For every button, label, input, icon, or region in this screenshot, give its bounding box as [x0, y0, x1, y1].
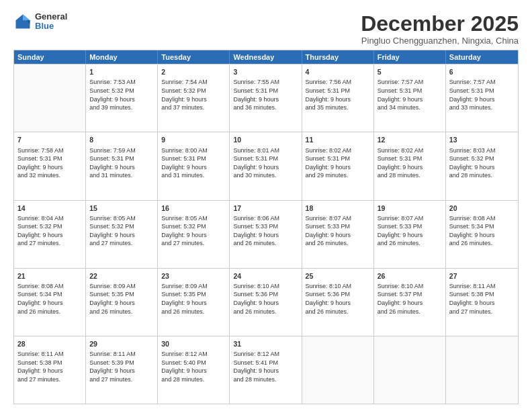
day-cell-4: 4Sunrise: 7:56 AMSunset: 5:31 PMDaylight… — [302, 64, 374, 132]
cell-info-line: Sunset: 5:36 PM — [233, 290, 298, 299]
day-cell-29: 29Sunrise: 8:11 AMSunset: 5:39 PMDayligh… — [86, 336, 158, 404]
cell-info-line: Sunset: 5:32 PM — [17, 222, 82, 231]
cell-info-line: and 28 minutes. — [233, 375, 298, 384]
day-cell-31: 31Sunrise: 8:12 AMSunset: 5:41 PMDayligh… — [230, 336, 302, 404]
cell-info-line: Sunset: 5:31 PM — [306, 87, 370, 95]
day-number: 15 — [89, 203, 154, 213]
cell-info-line: Daylight: 9 hours — [306, 299, 370, 308]
cell-info-line: Daylight: 9 hours — [89, 95, 154, 104]
cell-info-line: Sunrise: 8:08 AM — [17, 282, 82, 291]
calendar-body: 1Sunrise: 7:53 AMSunset: 5:32 PMDaylight… — [14, 64, 518, 404]
cell-info-line: and 34 minutes. — [378, 103, 442, 112]
cell-info-line: and 26 minutes. — [306, 239, 370, 248]
cell-info-line: Sunset: 5:39 PM — [89, 359, 154, 367]
cell-info-line: Sunset: 5:31 PM — [306, 154, 370, 163]
cell-info-line: Daylight: 9 hours — [89, 367, 154, 375]
cell-info-line: and 31 minutes. — [89, 171, 154, 180]
cell-info-line: and 27 minutes. — [89, 239, 154, 248]
day-number: 28 — [17, 339, 82, 349]
day-cell-19: 19Sunrise: 8:07 AMSunset: 5:33 PMDayligh… — [374, 201, 446, 268]
cell-info-line: Daylight: 9 hours — [89, 299, 154, 308]
cell-info-line: Daylight: 9 hours — [17, 231, 82, 240]
header-day-friday: Friday — [374, 50, 446, 64]
cell-info-line: Daylight: 9 hours — [161, 163, 226, 172]
cell-info-line: Sunset: 5:38 PM — [17, 359, 82, 367]
cell-info-line: Daylight: 9 hours — [449, 299, 515, 308]
cell-info-line: Sunset: 5:33 PM — [306, 222, 370, 231]
svg-marker-1 — [23, 15, 30, 21]
cell-info-line: Sunrise: 8:11 AM — [89, 350, 154, 359]
cell-info-line: Daylight: 9 hours — [449, 163, 515, 172]
cell-info-line: Sunset: 5:34 PM — [17, 290, 82, 299]
cell-info-line: and 28 minutes. — [449, 171, 515, 180]
header-day-monday: Monday — [86, 50, 158, 64]
cell-info-line: and 36 minutes. — [233, 103, 298, 112]
cell-info-line: and 28 minutes. — [378, 171, 442, 180]
cell-info-line: Sunset: 5:32 PM — [89, 222, 154, 231]
cell-info-line: Sunset: 5:36 PM — [306, 290, 370, 299]
cell-info-line: Daylight: 9 hours — [378, 163, 442, 172]
cell-info-line: Daylight: 9 hours — [306, 231, 370, 240]
day-cell-24: 24Sunrise: 8:10 AMSunset: 5:36 PMDayligh… — [230, 269, 302, 336]
day-cell-17: 17Sunrise: 8:06 AMSunset: 5:33 PMDayligh… — [230, 201, 302, 268]
page: General Blue December 2025 Pingluo Cheng… — [0, 0, 532, 411]
day-cell-25: 25Sunrise: 8:10 AMSunset: 5:36 PMDayligh… — [302, 269, 374, 336]
cell-info-line: Sunrise: 7:58 AM — [17, 146, 82, 155]
day-number: 6 — [449, 67, 515, 77]
day-number: 31 — [233, 339, 298, 349]
day-cell-22: 22Sunrise: 8:09 AMSunset: 5:35 PMDayligh… — [86, 269, 158, 336]
cell-info-line: Sunrise: 8:10 AM — [306, 282, 370, 291]
cell-info-line: and 26 minutes. — [17, 308, 82, 316]
day-number: 30 — [161, 339, 226, 349]
cell-info-line: Daylight: 9 hours — [233, 299, 298, 308]
day-cell-26: 26Sunrise: 8:10 AMSunset: 5:37 PMDayligh… — [374, 269, 446, 336]
day-number: 20 — [449, 203, 515, 213]
cell-info-line: Sunrise: 7:59 AM — [89, 146, 154, 155]
cell-info-line: Sunset: 5:31 PM — [161, 154, 226, 163]
day-number: 13 — [449, 135, 515, 144]
day-number: 24 — [233, 271, 298, 281]
cell-info-line: Sunset: 5:38 PM — [449, 290, 515, 299]
cell-info-line: and 26 minutes. — [306, 308, 370, 316]
cell-info-line: and 27 minutes. — [17, 239, 82, 248]
day-cell-14: 14Sunrise: 8:04 AMSunset: 5:32 PMDayligh… — [14, 201, 86, 268]
day-number: 8 — [89, 135, 154, 144]
header-day-tuesday: Tuesday — [158, 50, 230, 64]
empty-cell-4-4 — [302, 336, 374, 404]
day-number: 14 — [17, 203, 82, 213]
cell-info-line: Sunrise: 8:10 AM — [233, 282, 298, 291]
cell-info-line: Sunset: 5:33 PM — [233, 222, 298, 231]
cell-info-line: and 26 minutes. — [378, 239, 442, 248]
cell-info-line: Sunrise: 8:01 AM — [233, 146, 298, 155]
cell-info-line: and 30 minutes. — [233, 171, 298, 180]
cell-info-line: Daylight: 9 hours — [233, 367, 298, 375]
header-day-thursday: Thursday — [302, 50, 374, 64]
cell-info-line: and 26 minutes. — [233, 308, 298, 316]
cell-info-line: Sunrise: 8:00 AM — [161, 146, 226, 155]
cell-info-line: Sunrise: 7:56 AM — [306, 78, 370, 87]
cell-info-line: Sunrise: 7:55 AM — [233, 78, 298, 87]
cell-info-line: Daylight: 9 hours — [161, 367, 226, 375]
title-block: December 2025 Pingluo Chengguanzhen, Nin… — [361, 12, 519, 46]
location-subtitle: Pingluo Chengguanzhen, Ningxia, China — [361, 36, 519, 46]
cell-info-line: Daylight: 9 hours — [233, 163, 298, 172]
cell-info-line: Sunset: 5:31 PM — [89, 154, 154, 163]
day-number: 23 — [161, 271, 226, 281]
day-cell-11: 11Sunrise: 8:02 AMSunset: 5:31 PMDayligh… — [302, 132, 374, 199]
day-cell-23: 23Sunrise: 8:09 AMSunset: 5:35 PMDayligh… — [158, 269, 230, 336]
day-number: 2 — [161, 67, 226, 77]
cell-info-line: Daylight: 9 hours — [161, 299, 226, 308]
day-number: 7 — [17, 135, 82, 144]
day-number: 3 — [233, 67, 298, 77]
cell-info-line: and 37 minutes. — [161, 103, 226, 112]
cell-info-line: Sunset: 5:31 PM — [378, 154, 442, 163]
cell-info-line: and 32 minutes. — [17, 171, 82, 180]
cell-info-line: and 27 minutes. — [17, 375, 82, 384]
calendar-header: SundayMondayTuesdayWednesdayThursdayFrid… — [14, 50, 518, 64]
cell-info-line: Sunset: 5:32 PM — [449, 154, 515, 163]
day-cell-20: 20Sunrise: 8:08 AMSunset: 5:34 PMDayligh… — [446, 201, 518, 268]
day-number: 21 — [17, 271, 82, 281]
cell-info-line: Sunset: 5:31 PM — [449, 87, 515, 95]
calendar-row-3: 21Sunrise: 8:08 AMSunset: 5:34 PMDayligh… — [14, 268, 518, 336]
day-number: 17 — [233, 203, 298, 213]
